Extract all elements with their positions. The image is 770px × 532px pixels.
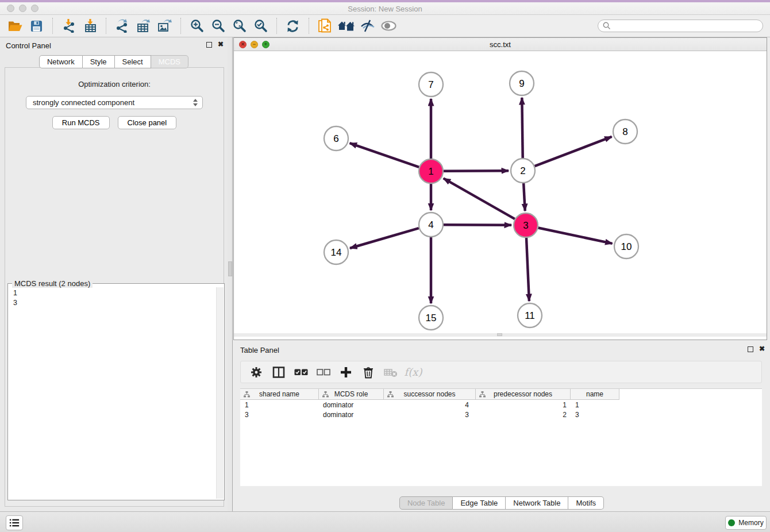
select-all-button[interactable] [294,365,309,380]
zoom-in-icon [190,19,204,33]
memory-label: Memory [738,519,763,527]
float-table-panel-icon[interactable] [748,346,753,352]
table-body: 1dominator4113dominator323 [240,400,762,419]
graph-node-label-6: 6 [333,133,338,144]
tab-network-table[interactable]: Network Table [506,496,568,510]
table-header-row: shared nameMCDS rolesuccessor nodesprede… [240,389,762,400]
cell: 4 [384,401,476,409]
result-scrollbar[interactable] [216,287,224,499]
zoom-selected-button[interactable] [250,17,271,35]
cell: 1 [476,401,571,409]
zoom-out-button[interactable] [207,17,229,35]
apply-layout-button[interactable] [282,17,303,35]
export-table-button[interactable] [133,17,154,35]
trash-icon [363,366,374,379]
graph-node-label-11: 11 [525,310,535,321]
attribute-tree-icon [479,391,486,398]
search-field[interactable] [598,20,763,32]
import-network-button[interactable] [58,17,79,35]
save-icon [30,20,43,32]
gear-icon [250,366,263,379]
zoom-fit-button[interactable] [229,17,250,35]
checked-boxes-icon [294,368,308,376]
table-settings-button[interactable] [249,365,264,380]
graph-edge-3-10[interactable] [538,228,613,244]
float-panel-icon[interactable] [206,42,212,48]
tab-mcds[interactable]: MCDS [151,55,188,68]
tab-select[interactable]: Select [115,55,151,68]
network-graph[interactable]: 7968124314101511 [234,51,767,337]
graph-edge-4-14[interactable] [350,228,419,248]
show-panels-button[interactable] [378,17,399,35]
zoom-fit-icon [233,19,247,33]
add-row-button[interactable] [338,365,353,380]
split-columns-icon [272,366,285,379]
toggle-column-view-button[interactable] [271,365,286,380]
export-network-button[interactable] [111,17,133,35]
node-table: shared nameMCDS rolesuccessor nodesprede… [240,388,762,486]
control-panel-tabs: NetworkStyleSelectMCDS [0,55,228,68]
graph-edge-2-8[interactable] [535,137,612,166]
close-table-panel-icon[interactable]: ✖ [759,345,765,353]
tab-style[interactable]: Style [83,55,115,68]
column-header-MCDS-role[interactable]: MCDS role [319,389,384,400]
deselect-all-button[interactable] [316,365,331,380]
panel-splitter[interactable] [228,37,233,511]
graph-edge-4-3[interactable] [444,225,511,225]
import-table-button[interactable] [79,17,101,35]
new-network-from-selection-button[interactable] [314,17,336,35]
cell: 3 [384,411,476,419]
close-panel-icon[interactable]: ✖ [218,40,224,48]
optimization-criterion-select[interactable]: strongly connected component [26,96,203,109]
plus-icon [340,366,352,379]
cell: 3 [240,411,319,419]
cell: 3 [571,411,619,419]
open-session-button[interactable] [5,17,26,35]
reset-view-button[interactable] [336,17,357,35]
search-icon [603,22,611,30]
mcds-result-title: MCDS result (2 nodes) [12,279,93,288]
graph-node-label-15: 15 [426,313,437,323]
new-network-from-selection-icon [318,18,332,33]
delete-row-button[interactable] [361,365,376,380]
tab-node-table[interactable]: Node Table [399,496,453,510]
app-titlebar: Session: New Session [0,2,770,15]
tab-motifs[interactable]: Motifs [568,496,604,510]
network-canvas[interactable]: 7968124314101511 [234,51,767,337]
graph-edge-2-3[interactable] [523,183,525,211]
show-task-history-button[interactable] [6,515,23,530]
mcds-panel: Optimization criterion: strongly connect… [5,67,224,507]
graph-edge-1-6[interactable] [350,143,419,167]
splitter-grip[interactable] [228,261,232,276]
select-stepper-icon [192,99,199,106]
column-header-predecessor-nodes[interactable]: predecessor nodes [476,389,571,400]
export-table-icon [136,19,151,33]
table-row[interactable]: 3dominator323 [240,410,762,419]
import-table-icon [83,19,97,33]
status-bar: Memory [0,511,770,532]
memory-button[interactable]: Memory [725,516,767,530]
table-row[interactable]: 1dominator411 [240,400,762,410]
zoom-in-button[interactable] [186,17,207,35]
memory-status-icon [728,519,735,526]
graph-edge-3-11[interactable] [526,238,529,301]
close-panel-button[interactable]: Close panel [118,116,177,129]
network-window-titlebar[interactable]: ✕ − + scc.txt [234,38,767,51]
run-mcds-button[interactable]: Run MCDS [52,116,110,129]
graph-edge-1-2[interactable] [444,171,509,171]
hide-panels-button[interactable] [357,17,378,35]
tab-edge-table[interactable]: Edge Table [453,496,506,510]
attribute-tree-icon [322,391,329,398]
graph-node-label-10: 10 [621,241,632,252]
column-header-successor-nodes[interactable]: successor nodes [384,389,476,400]
graph-edge-2-9[interactable] [522,98,522,158]
save-session-button[interactable] [26,17,47,35]
graph-edge-3-1[interactable] [444,178,515,219]
graph-node-label-2: 2 [520,165,525,176]
export-image-button[interactable] [154,17,175,35]
column-header-name[interactable]: name [571,389,619,400]
search-input[interactable] [611,22,758,30]
tab-network[interactable]: Network [39,55,83,68]
network-scroll-handle[interactable] [497,333,502,336]
column-header-shared-name[interactable]: shared name [240,389,319,400]
